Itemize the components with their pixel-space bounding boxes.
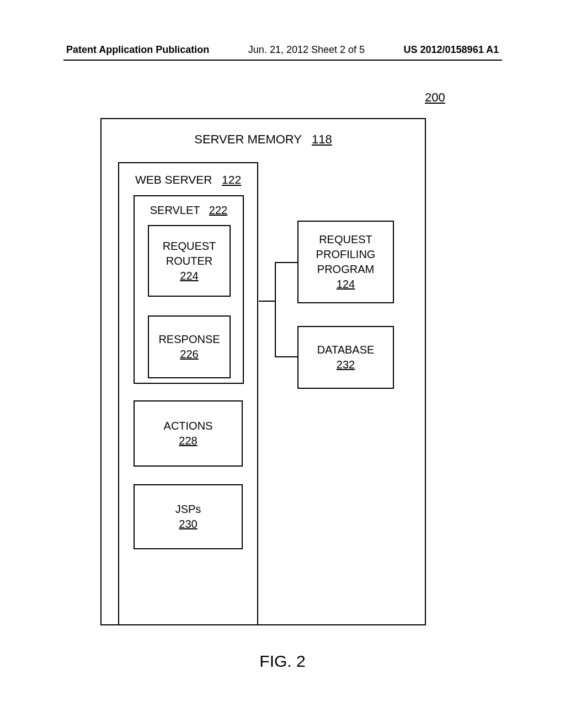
header-center: Jun. 21, 2012 Sheet 2 of 5 xyxy=(248,44,365,56)
actions-text: ACTIONS xyxy=(164,419,213,433)
connector-vertical xyxy=(275,262,276,357)
header-rule xyxy=(63,60,502,61)
response-num: 226 xyxy=(180,347,198,362)
response-box: RESPONSE 226 xyxy=(148,315,231,378)
actions-box: ACTIONS 228 xyxy=(134,400,243,467)
request-profiling-box: REQUEST PROFILING PROGRAM 124 xyxy=(297,221,394,303)
connector-bottom xyxy=(275,356,297,357)
request-profiling-text3: PROGRAM xyxy=(317,262,374,277)
web-server-label: WEB SERVER 122 xyxy=(119,173,257,186)
figure-caption: FIG. 2 xyxy=(0,652,565,671)
request-router-text1: REQUEST xyxy=(163,239,216,254)
request-profiling-num: 124 xyxy=(337,277,355,292)
servlet-label: SERVLET 222 xyxy=(135,204,243,217)
jsps-box: JSPs 230 xyxy=(134,484,243,549)
servlet-box: SERVLET 222 REQUEST ROUTER 224 RESPONSE … xyxy=(134,195,244,384)
web-server-num: 122 xyxy=(222,173,241,186)
request-router-text2: ROUTER xyxy=(166,254,212,269)
database-box: DATABASE 232 xyxy=(297,326,394,389)
actions-num: 228 xyxy=(179,433,197,448)
header-left: Patent Application Publication xyxy=(66,44,209,56)
figure-number-200: 200 xyxy=(425,90,445,105)
web-server-box: WEB SERVER 122 SERVLET 222 REQUEST ROUTE… xyxy=(118,162,258,625)
servlet-text: SERVLET xyxy=(150,204,200,216)
jsps-num: 230 xyxy=(179,517,197,532)
database-num: 232 xyxy=(337,357,355,372)
web-server-text: WEB SERVER xyxy=(135,173,212,186)
servlet-num: 222 xyxy=(209,204,227,216)
patent-header: Patent Application Publication Jun. 21, … xyxy=(0,44,565,56)
request-profiling-text2: PROFILING xyxy=(316,247,376,262)
request-router-num: 224 xyxy=(180,269,198,283)
request-profiling-text1: REQUEST xyxy=(319,232,372,247)
header-right: US 2012/0158961 A1 xyxy=(404,44,499,56)
database-text: DATABASE xyxy=(317,342,375,357)
server-memory-text: SERVER MEMORY xyxy=(194,132,301,146)
server-memory-label: SERVER MEMORY 118 xyxy=(102,132,425,147)
server-memory-num: 118 xyxy=(312,132,332,146)
request-router-box: REQUEST ROUTER 224 xyxy=(148,225,231,297)
response-text: RESPONSE xyxy=(158,332,220,347)
connector-top xyxy=(275,262,297,263)
server-memory-box: SERVER MEMORY 118 WEB SERVER 122 SERVLET… xyxy=(100,118,426,625)
jsps-text: JSPs xyxy=(175,502,201,517)
connector-mid xyxy=(259,301,275,302)
